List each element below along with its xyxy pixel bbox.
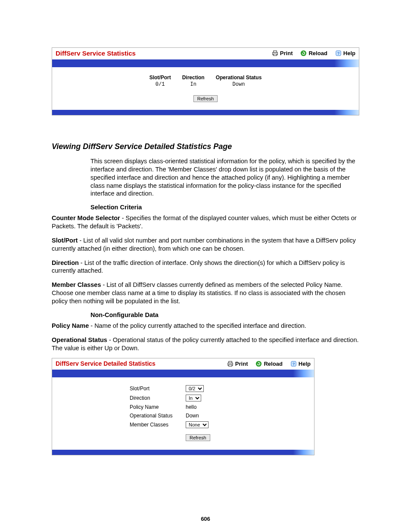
policy-name-paragraph: Policy Name - Name of the policy current… (52, 322, 359, 330)
row-direction: Direction In (130, 395, 310, 401)
slotport-select[interactable]: 0/2 (186, 385, 204, 392)
direction-paragraph: Direction - List of the traffic directio… (52, 259, 359, 275)
policy-name-text: - Name of the policy currently attached … (89, 322, 306, 329)
refresh-button[interactable]: Refresh (186, 434, 210, 441)
row-operational-status: Operational Status Down (130, 413, 310, 419)
printer-icon (227, 361, 234, 367)
printer-icon (272, 50, 278, 56)
reload-button[interactable]: Reload (300, 50, 327, 56)
panel2-header: DiffServ Service Detailed Statistics Pri… (52, 358, 314, 370)
diffserv-service-statistics-panel: DiffServ Service Statistics Print Reload… (52, 47, 359, 115)
label-member-classes: Member Classes (130, 422, 186, 428)
panel-title: DiffServ Service Statistics (56, 50, 136, 57)
panel2-title: DiffServ Service Detailed Statistics (56, 360, 156, 367)
help-label: Help (343, 50, 355, 56)
help-icon: ? (290, 361, 297, 367)
col-opstatus-value: Down (233, 81, 245, 87)
print-button[interactable]: Print (272, 50, 293, 56)
svg-rect-7 (229, 361, 232, 363)
counter-mode-paragraph: Counter Mode Selector - Specifies the fo… (52, 214, 359, 230)
reload-button[interactable]: Reload (255, 361, 282, 367)
value-operational-status: Down (186, 413, 199, 419)
slotport-text: - List of all valid slot number and port… (52, 237, 356, 252)
blue-divider-bottom (52, 450, 314, 455)
slotport-paragraph: Slot/Port - List of all valid slot numbe… (52, 236, 359, 253)
panel2-body: Slot/Port 0/2 Direction In Policy Name h… (52, 377, 314, 450)
col-opstatus-header: Operational Status (216, 75, 262, 81)
direction-term: Direction (52, 259, 79, 266)
label-policy-name: Policy Name (130, 404, 186, 410)
stats-table: Slot/Port 0/1 Direction In Operational S… (149, 75, 262, 87)
print-label: Print (235, 361, 248, 367)
blue-divider-bottom (52, 110, 359, 115)
slotport-term: Slot/Port (52, 237, 78, 244)
reload-icon (300, 50, 307, 56)
member-classes-select[interactable]: None (186, 421, 209, 428)
help-icon: ? (335, 50, 342, 56)
reload-label: Reload (308, 50, 327, 56)
svg-rect-1 (274, 51, 277, 53)
col-slotport-value: 0/1 (156, 81, 165, 87)
svg-text:?: ? (292, 362, 295, 366)
operational-status-term: Operational Status (52, 336, 107, 343)
svg-text:?: ? (337, 51, 339, 56)
col-direction-header: Direction (182, 75, 205, 81)
counter-mode-term: Counter Mode Selector (52, 215, 120, 221)
direction-select[interactable]: In (186, 395, 201, 401)
col-slotport-header: Slot/Port (149, 75, 171, 81)
row-member-classes: Member Classes None (130, 421, 310, 428)
print-label: Print (280, 50, 293, 56)
row-slotport: Slot/Port 0/2 (130, 385, 310, 392)
label-operational-status: Operational Status (130, 413, 186, 419)
row-policy-name: Policy Name hello (130, 404, 310, 410)
print-button[interactable]: Print (227, 361, 248, 367)
section-heading: Viewing DiffServ Service Detailed Statis… (52, 142, 359, 151)
panel2-actions: Print Reload ? Help (227, 361, 311, 367)
intro-paragraph: This screen displays class-oriented stat… (90, 157, 359, 198)
help-button[interactable]: ? Help (290, 361, 311, 367)
svg-rect-8 (229, 364, 232, 366)
direction-text: - List of the traffic direction of inter… (52, 259, 345, 274)
blue-divider (52, 59, 359, 67)
help-label: Help (299, 361, 311, 367)
refresh-button[interactable]: Refresh (193, 95, 218, 102)
policy-name-term: Policy Name (52, 322, 89, 329)
help-button[interactable]: ? Help (335, 50, 355, 56)
svg-rect-2 (274, 54, 277, 56)
page-number: 606 (52, 516, 359, 522)
label-direction: Direction (130, 395, 186, 401)
blue-divider (52, 370, 314, 377)
member-classes-paragraph: Member Classes - List of all DiffServ cl… (52, 281, 359, 305)
col-direction-value: In (190, 81, 196, 87)
selection-criteria-heading: Selection Criteria (90, 204, 359, 211)
member-classes-term: Member Classes (52, 281, 101, 288)
non-configurable-heading: Non-Configurable Data (90, 311, 359, 318)
panel-body: Slot/Port 0/1 Direction In Operational S… (52, 67, 359, 110)
panel-actions: Print Reload ? Help (272, 50, 355, 56)
operational-status-paragraph: Operational Status - Operational status … (52, 336, 359, 352)
diffserv-service-detailed-statistics-panel: DiffServ Service Detailed Statistics Pri… (52, 358, 314, 455)
panel-header: DiffServ Service Statistics Print Reload… (52, 48, 359, 59)
reload-icon (255, 361, 262, 367)
value-policy-name: hello (186, 404, 196, 410)
label-slotport: Slot/Port (130, 386, 186, 392)
reload-label: Reload (264, 361, 282, 367)
